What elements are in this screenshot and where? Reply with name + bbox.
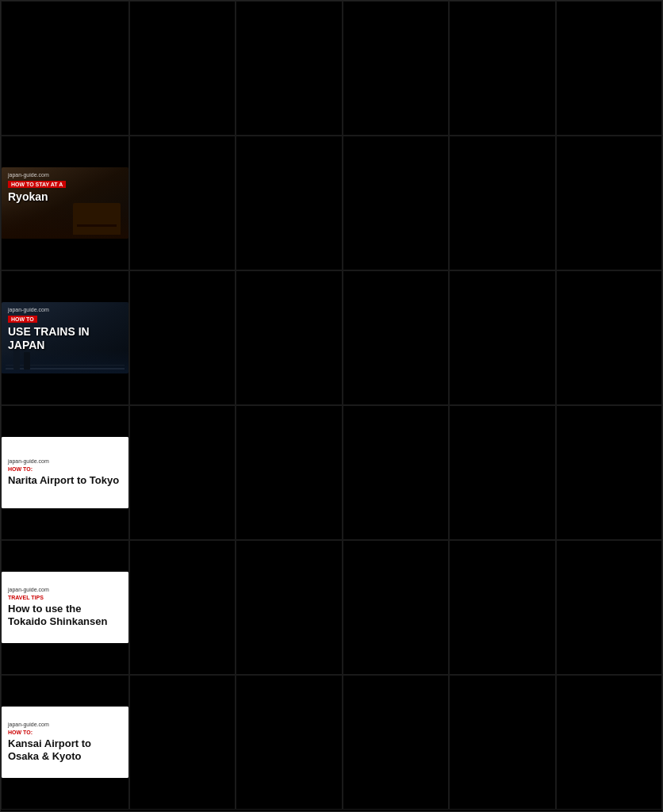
- cell-r3-c5: [556, 405, 662, 540]
- cell-r5-c5: [556, 675, 662, 810]
- cell-r3-c1: [129, 405, 236, 540]
- cell-r5-c0: japan-guide.com HOW TO: Kansai Airport t…: [1, 675, 129, 810]
- thumbnail-ryokan[interactable]: japan-guide.com HOW TO STAY AT A Ryokan: [2, 167, 128, 239]
- cell-r2-c2: [236, 270, 342, 405]
- cell-r2-c3: [343, 270, 449, 405]
- cell-r4-c3: [343, 540, 449, 675]
- badge-shinkansen: TRAVEL TIPS: [8, 595, 122, 600]
- title-narita: Narita Airport to Tokyo: [8, 474, 122, 487]
- badge-kansai: HOW TO:: [8, 730, 122, 735]
- cell-r5-c3: [343, 675, 449, 810]
- video-grid: japan-guide.com HOW TO STAY AT A Ryokan …: [0, 0, 663, 812]
- cell-r2-c5: [556, 270, 662, 405]
- site-label-trains: japan-guide.com: [8, 307, 122, 312]
- cell-r3-c4: [449, 405, 555, 540]
- cell-r1-c4: [449, 136, 555, 270]
- cell-r4-c5: [556, 540, 662, 675]
- title-kansai: Kansai Airport to Osaka & Kyoto: [8, 737, 122, 762]
- cell-r1-c2: [236, 136, 342, 270]
- cell-r1-c5: [556, 136, 662, 270]
- cell-r2-c1: [129, 270, 236, 405]
- cell-r3-c0: japan-guide.com HOW TO: Narita Airport t…: [1, 405, 129, 540]
- site-label-shinkansen: japan-guide.com: [8, 587, 122, 592]
- thumbnail-kansai[interactable]: japan-guide.com HOW TO: Kansai Airport t…: [2, 707, 128, 778]
- site-label-narita: japan-guide.com: [8, 458, 122, 464]
- cell-r4-c4: [449, 540, 555, 675]
- thumbnail-trains[interactable]: japan-guide.com HOW TO USE TRAINS IN JAP…: [2, 302, 128, 373]
- badge-trains: HOW TO: [8, 316, 37, 323]
- cell-r0-c5: [556, 1, 662, 136]
- title-trains: USE TRAINS IN JAPAN: [8, 325, 122, 352]
- cell-r0-c2: [236, 1, 342, 136]
- cell-r0-c1: [129, 1, 236, 136]
- cell-r4-c1: [129, 540, 236, 675]
- cell-r5-c4: [449, 675, 555, 810]
- cell-r1-c1: [129, 136, 236, 270]
- cell-r0-c3: [343, 1, 449, 136]
- site-label-kansai: japan-guide.com: [8, 722, 122, 727]
- cell-r1-c3: [343, 136, 449, 270]
- cell-r3-c3: [343, 405, 449, 540]
- title-ryokan: Ryokan: [8, 190, 122, 204]
- cell-r2-c4: [449, 270, 555, 405]
- cell-r5-c2: [236, 675, 342, 810]
- cell-r2-c0: japan-guide.com HOW TO USE TRAINS IN JAP…: [1, 270, 129, 405]
- title-shinkansen: How to use the Tokaido Shinkansen: [8, 603, 122, 627]
- badge-ryokan: HOW TO STAY AT A: [8, 181, 66, 188]
- cell-r3-c2: [236, 405, 342, 540]
- badge-narita: HOW TO:: [8, 466, 122, 472]
- cell-r5-c1: [129, 675, 236, 810]
- site-label-ryokan: japan-guide.com: [8, 172, 122, 178]
- cell-r4-c0: japan-guide.com TRAVEL TIPS How to use t…: [1, 540, 129, 675]
- cell-r4-c2: [236, 540, 342, 675]
- thumbnail-narita[interactable]: japan-guide.com HOW TO: Narita Airport t…: [2, 437, 128, 508]
- thumbnail-shinkansen[interactable]: japan-guide.com TRAVEL TIPS How to use t…: [2, 572, 128, 643]
- cell-r0-c0: [1, 1, 129, 136]
- cell-r0-c4: [449, 1, 555, 136]
- cell-r1-c0: japan-guide.com HOW TO STAY AT A Ryokan: [1, 136, 129, 270]
